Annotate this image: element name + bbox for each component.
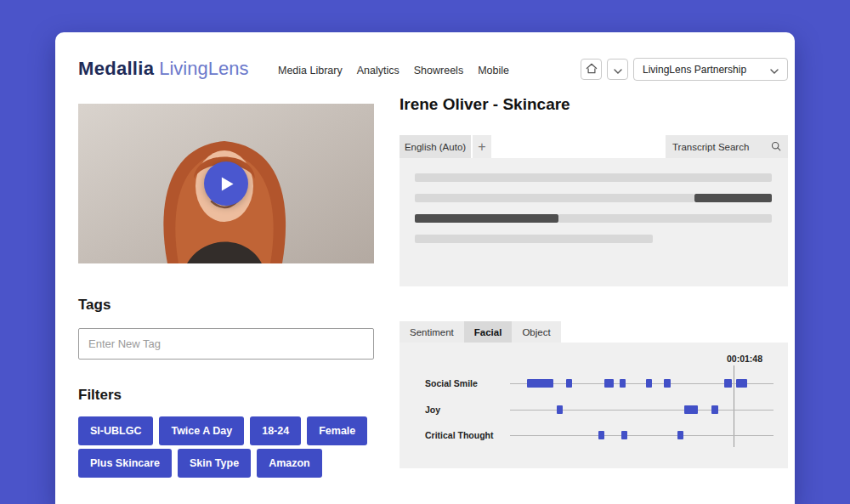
filter-chip-plus-skincare[interactable]: Plus Skincare xyxy=(78,449,172,478)
nav-item-showreels[interactable]: Showreels xyxy=(414,65,463,76)
add-language-button[interactable]: + xyxy=(473,135,491,158)
timeline-segment xyxy=(646,379,652,388)
analysis-tabs: SentimentFacialObject xyxy=(400,321,561,343)
timeline-row-label: Social Smile xyxy=(425,379,478,388)
transcript-line xyxy=(415,194,772,202)
transcript-search-label: Transcript Search xyxy=(672,142,749,152)
main-nav: Media LibraryAnalyticsShowreelsMobile xyxy=(278,65,509,76)
timeline-segment xyxy=(598,431,604,439)
chevron-down-icon xyxy=(770,62,779,77)
transcript-line xyxy=(415,173,772,182)
tag-input[interactable] xyxy=(78,328,374,360)
filters-heading: Filters xyxy=(78,387,122,404)
transcript-line xyxy=(415,214,772,223)
brand-medallia: Medallia xyxy=(78,58,154,79)
timeline-segment xyxy=(664,379,671,388)
filter-chip-twice-a-day[interactable]: Twice A Day xyxy=(159,416,244,445)
timeline-baseline xyxy=(510,435,774,436)
timeline-row-label: Critical Thought xyxy=(425,431,494,439)
brand-livinglens: LivingLens xyxy=(159,58,248,79)
transcript-text-bar xyxy=(415,194,694,202)
timeline-row-label: Joy xyxy=(425,405,440,414)
transcript-tabrow: English (Auto) + Transcript Search xyxy=(400,135,788,158)
transcript-text-bar xyxy=(558,214,772,223)
timeline-track xyxy=(510,431,774,439)
workspace-selector[interactable]: LivingLens Partnership xyxy=(633,58,788,81)
timeline-row-joy: Joy xyxy=(400,405,788,414)
app-window: MedalliaLivingLens Media LibraryAnalytic… xyxy=(55,32,795,504)
transcript-line xyxy=(415,235,772,243)
tags-heading: Tags xyxy=(78,297,110,314)
workspace-selector-label: LivingLens Partnership xyxy=(643,64,746,76)
timeline-track xyxy=(510,405,774,414)
timeline-row-critical-thought: Critical Thought xyxy=(400,431,788,439)
play-icon xyxy=(218,176,235,192)
tab-object[interactable]: Object xyxy=(512,321,560,343)
filter-chip-female[interactable]: Female xyxy=(307,416,367,445)
timeline-track xyxy=(510,379,774,388)
chevron-down-icon xyxy=(614,62,622,77)
nav-item-media-library[interactable]: Media Library xyxy=(278,65,343,76)
timeline-segment xyxy=(557,405,563,414)
timeline-segment xyxy=(621,431,627,439)
nav-item-analytics[interactable]: Analytics xyxy=(357,65,400,76)
tab-sentiment[interactable]: Sentiment xyxy=(400,321,464,343)
search-icon xyxy=(771,141,781,153)
home-button[interactable] xyxy=(581,59,602,80)
media-title: Irene Oliver - Skincare xyxy=(400,95,570,114)
timeline-segment xyxy=(677,431,683,439)
transcript-text-bar xyxy=(415,235,653,243)
timeline-segment xyxy=(620,379,626,388)
play-button[interactable] xyxy=(204,161,248,206)
filter-chip-si-ublgc[interactable]: SI-UBLGC xyxy=(78,416,153,445)
timeline-segment xyxy=(724,379,732,388)
facial-timeline-panel: 00:01:48 Social SmileJoyCritical Thought xyxy=(400,343,788,468)
filter-chip-18-24[interactable]: 18-24 xyxy=(250,416,301,445)
timeline-segment xyxy=(711,405,718,414)
timeline-segment xyxy=(566,379,572,388)
tab-facial[interactable]: Facial xyxy=(464,321,513,343)
filter-chip-amazon[interactable]: Amazon xyxy=(257,449,322,478)
nav-item-mobile[interactable]: Mobile xyxy=(478,65,509,76)
timeline-segment xyxy=(604,379,614,388)
brand-logo: MedalliaLivingLens xyxy=(78,58,248,80)
timeline-baseline xyxy=(510,410,774,411)
language-tab[interactable]: English (Auto) xyxy=(400,135,471,158)
header-dropdown-button[interactable] xyxy=(607,59,628,80)
timeline-row-social-smile: Social Smile xyxy=(400,379,788,388)
timeline-segment xyxy=(684,405,698,414)
transcript-panel xyxy=(400,158,788,286)
video-thumbnail[interactable] xyxy=(78,104,374,263)
timeline-segment xyxy=(527,379,553,388)
cursor-timestamp: 00:01:48 xyxy=(727,354,762,364)
filter-chips: SI-UBLGCTwice A Day18-24FemalePlus Skinc… xyxy=(78,416,386,478)
transcript-search[interactable]: Transcript Search xyxy=(666,135,788,158)
filter-chip-skin-type[interactable]: Skin Type xyxy=(178,449,251,478)
transcript-text-bar xyxy=(415,173,772,182)
timeline-segment xyxy=(736,379,747,388)
home-icon xyxy=(586,62,598,77)
transcript-text-bar xyxy=(415,214,558,223)
transcript-text-bar xyxy=(694,194,772,202)
